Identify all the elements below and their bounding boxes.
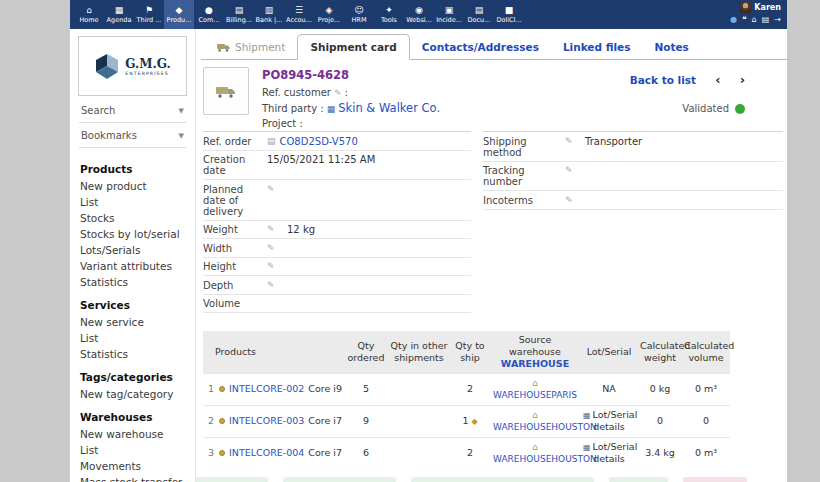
col-calc-volume: Calculated volume	[682, 331, 730, 373]
warehouse-link[interactable]: WAREHOUSEPARIS	[493, 390, 577, 400]
product-description: Core i7 12700	[308, 415, 344, 426]
calc-weight-cell: 3.4 kg	[638, 437, 682, 468]
top-nav-item[interactable]: ▦ Agenda	[104, 0, 134, 29]
lot-serial-value[interactable]: Lot/Serial details	[593, 409, 638, 432]
edit-pencil-icon[interactable]: ✎	[334, 88, 344, 98]
col-calc-weight: Calculated weight	[638, 331, 682, 373]
sidebar-menu-item[interactable]: Tags/categories	[80, 371, 191, 383]
shipment-thumbnail[interactable]	[203, 67, 249, 115]
action-button[interactable]: DELETE	[683, 477, 747, 482]
next-record-arrow[interactable]: ›	[740, 75, 745, 85]
edit-pencil-icon[interactable]: ✎	[565, 136, 585, 146]
sidebar-menu-item[interactable]: Stocks by lot/serial	[80, 228, 191, 240]
top-nav-item[interactable]: ◉ Websi...	[404, 0, 434, 29]
sidebar-menu-item[interactable]: List	[80, 444, 191, 456]
sidebar-menu-item[interactable]: Variant attributes	[80, 260, 191, 272]
products-table-header: Products Qty ordered Qty in other shipme…	[203, 331, 730, 373]
edit-pencil-icon[interactable]: ✎	[267, 184, 287, 194]
sidebar-menu-item[interactable]: New warehouse	[80, 428, 191, 440]
status-icon[interactable]: →	[774, 16, 781, 24]
tab[interactable]: Shipment	[205, 35, 297, 59]
sidebar-menu-item[interactable]: Mass stock transfer	[80, 476, 191, 482]
row-number: 1	[208, 383, 214, 394]
product-ref-link[interactable]: INTELCORE-003	[229, 415, 304, 426]
top-nav-item[interactable]: ☺ HRM	[344, 0, 374, 29]
top-nav-item[interactable]: ⚑ Third ...	[134, 0, 164, 29]
sidebar-menu-item[interactable]: New service	[80, 316, 191, 328]
top-nav-item[interactable]: ▣ Incide...	[434, 0, 464, 29]
sidebar-menu-item[interactable]: Statistics	[80, 276, 191, 288]
sidebar-menu-item[interactable]: List	[80, 332, 191, 344]
field-label: Tracking number	[483, 165, 565, 187]
product-ref-link[interactable]: INTELCORE-004	[229, 447, 304, 458]
sidebar-menu-item[interactable]: Products	[80, 163, 191, 175]
search-dropdown[interactable]: Search ▼	[79, 98, 186, 123]
status-icon[interactable]: ❝	[742, 16, 746, 24]
edit-pencil-icon[interactable]: ✎	[267, 224, 287, 234]
col-qty-to-ship: Qty to ship	[450, 331, 490, 373]
sidebar-menu-item[interactable]: Lots/Serials	[80, 244, 191, 256]
fields-left: Ref. order ✎ ▤ CO8D2SD-V570 Creation dat…	[203, 131, 471, 313]
company-logo[interactable]: G.M.G. ENTERPRISES	[78, 36, 187, 96]
main-content: Shipment Shipment card Contacts/Addresse…	[196, 29, 787, 482]
sidebar-menu-item[interactable]: Services	[80, 299, 191, 311]
product-ref-link[interactable]: INTELCORE-002	[229, 383, 304, 394]
top-nav-item[interactable]: ▤ Billing...	[224, 0, 254, 29]
top-nav-items: ⌂ Home ▦ Agenda ⚑ Third ... ◆ Produ... ●…	[74, 0, 524, 29]
action-button[interactable]: GENERATE DELIVERY RECEIPT	[411, 477, 595, 482]
sidebar: G.M.G. ENTERPRISES Search ▼ Bookmarks ▼ …	[70, 29, 196, 482]
top-nav-item[interactable]: ▤ Docu...	[464, 0, 494, 29]
action-button[interactable]: CLOSE	[609, 477, 667, 482]
warehouse-filter-link[interactable]: WAREHOUSE	[492, 358, 578, 370]
top-nav-item[interactable]: ✦ Tools	[374, 0, 404, 29]
lot-serial-value[interactable]: NA	[602, 383, 616, 394]
top-nav-item[interactable]: ⌂ Home	[74, 0, 104, 29]
edit-pencil-icon[interactable]: ✎	[267, 243, 287, 253]
top-nav-item[interactable]: ▥ Bank |...	[254, 0, 284, 29]
sidebar-menu-item[interactable]: Warehouses	[80, 411, 191, 423]
lot-serial-value[interactable]: Lot/Serial details	[593, 441, 638, 464]
action-button[interactable]: SEND EMAIL	[196, 477, 268, 482]
top-nav-item-label: Proje...	[318, 16, 340, 24]
tab[interactable]: Contacts/Addresses	[410, 35, 551, 59]
edit-pencil-icon[interactable]: ✎	[267, 261, 287, 271]
sidebar-menu-item[interactable]: Statistics	[80, 348, 191, 360]
sidebar-menu-item[interactable]: New tag/category	[80, 388, 191, 400]
warehouse-link[interactable]: WAREHOUSEHOUSTON	[493, 422, 577, 434]
top-nav-item[interactable]: ● Com...	[194, 0, 224, 29]
action-button[interactable]: CREATE INVOICE	[283, 477, 395, 482]
third-party-link[interactable]: Skin & Walker Co.	[338, 101, 440, 115]
field-row: Width ✎ ▤	[203, 239, 471, 258]
top-nav-item[interactable]: ☰ Accou...	[284, 0, 314, 29]
top-nav-item-icon: ◉	[415, 6, 423, 15]
bookmarks-dropdown[interactable]: Bookmarks ▼	[79, 123, 186, 148]
user-menu[interactable]: Karen	[730, 2, 781, 13]
field-label: Height	[203, 261, 267, 272]
col-qty-other: Qty in other shipments	[388, 331, 450, 373]
warehouse-link[interactable]: WAREHOUSEHOUSTON	[493, 454, 577, 466]
status-icon[interactable]: ▤	[762, 16, 770, 24]
back-to-list-link[interactable]: Back to list	[630, 74, 696, 86]
edit-pencil-icon[interactable]: ✎	[565, 165, 585, 175]
top-nav-item[interactable]: ◈ Proje...	[314, 0, 344, 29]
top-nav-item[interactable]: ■ DoliCl...	[494, 0, 524, 29]
top-nav-item-label: DoliCl...	[496, 16, 521, 24]
tab[interactable]: Notes	[642, 35, 700, 59]
tab[interactable]: Linked files	[551, 35, 643, 59]
lot-grid-icon: ▦	[583, 411, 591, 420]
screen: ⌂ Home ▦ Agenda ⚑ Third ... ◆ Produ... ●…	[0, 0, 820, 482]
prev-record-arrow[interactable]: ‹	[715, 75, 720, 85]
warehouse-cell: ⌂ WAREHOUSEHOUSTON	[490, 437, 580, 468]
tab[interactable]: Shipment card	[297, 34, 409, 60]
top-nav-item[interactable]: ◆ Produ...	[164, 0, 194, 29]
sidebar-menu-item[interactable]: List	[80, 196, 191, 208]
edit-pencil-icon[interactable]: ✎	[565, 195, 585, 205]
field-label: Volume	[203, 298, 267, 309]
sidebar-menu-item[interactable]: Movements	[80, 460, 191, 472]
status-icon[interactable]: ●	[730, 16, 737, 24]
edit-pencil-icon[interactable]: ✎	[267, 280, 287, 290]
tab-label: Notes	[654, 41, 688, 53]
sidebar-menu-item[interactable]: Stocks	[80, 212, 191, 224]
status-icon[interactable]: ⌂	[752, 16, 757, 24]
sidebar-menu-item[interactable]: New product	[80, 180, 191, 192]
